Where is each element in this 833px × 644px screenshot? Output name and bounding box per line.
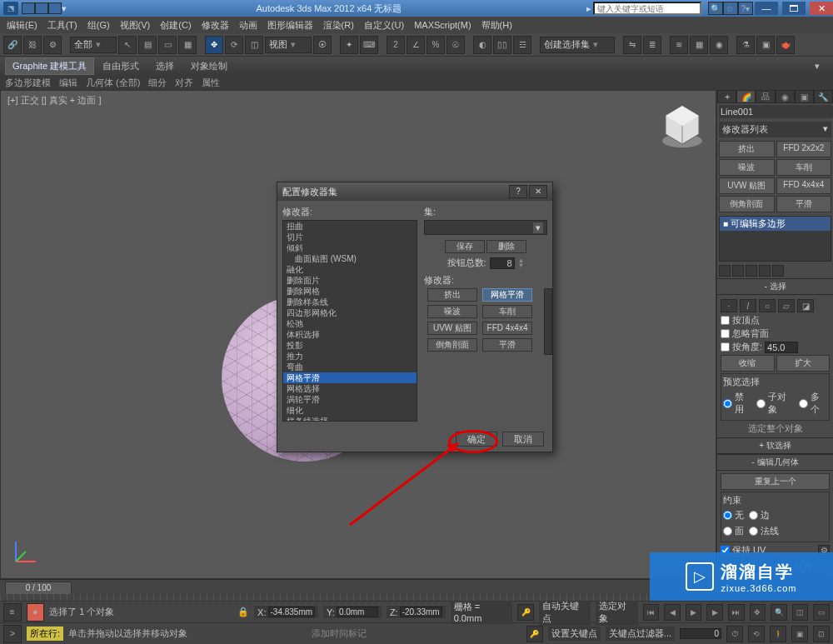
menu-item[interactable]: 组(G) (84, 19, 113, 32)
render-setup-icon[interactable]: ⚗ (736, 36, 755, 54)
nav-walk-icon[interactable]: 🚶 (770, 626, 786, 642)
align2-icon[interactable]: ≣ (643, 36, 661, 54)
nav-fov-icon[interactable]: ◫ (792, 604, 809, 621)
subobj-vertex-icon[interactable]: · (721, 299, 737, 312)
setkey-button[interactable]: 设置关键点 (548, 627, 601, 641)
grid-scrollbar[interactable] (544, 288, 552, 355)
select-region-icon[interactable]: ▭ (158, 36, 177, 54)
preview-radio-multi[interactable] (799, 399, 808, 408)
check-ignore-backface[interactable] (721, 329, 730, 338)
stack-remove-icon[interactable] (759, 265, 771, 277)
sets-combo[interactable] (424, 220, 547, 235)
modifier-list-dropdown[interactable]: 修改器列表▾ (719, 122, 831, 137)
modifier-list-item[interactable]: 细化 (283, 405, 416, 416)
menu-item[interactable]: 动画 (236, 19, 261, 32)
rollout-editgeom[interactable]: - 编辑几何体 (717, 454, 833, 471)
modifier-list-item[interactable]: 删除网格 (283, 286, 416, 297)
modifier-list-item[interactable]: 曲面贴图 (WSM) (283, 253, 416, 264)
mod-btn[interactable]: 挤出 (719, 141, 775, 157)
snap-angle-icon[interactable]: ∠ (407, 36, 425, 54)
material-editor-icon[interactable]: ◉ (710, 36, 728, 54)
modifiers-listbox[interactable]: 扭曲切片倾斜曲面贴图 (WSM)融化删除面片删除网格删除样条线四边形网格化松弛体… (282, 220, 417, 422)
nav-misc-icon[interactable]: ⊡ (813, 626, 830, 642)
align-icon[interactable]: ▯▯ (493, 36, 511, 54)
graphite-tab[interactable]: 自由形式 (94, 60, 147, 72)
rollout-softsel[interactable]: + 软选择 (717, 437, 833, 454)
constraint-edge[interactable] (749, 511, 758, 520)
mod-btn[interactable]: UVW 贴图 (719, 177, 775, 194)
viewcube[interactable] (657, 99, 707, 149)
subobj-element-icon[interactable]: ◪ (797, 299, 814, 312)
set-btn[interactable]: 挤出 (427, 288, 477, 302)
modifier-list-item[interactable]: 删除面片 (283, 275, 416, 286)
ref-coord-dropdown[interactable]: 视图 (265, 37, 312, 53)
graphite-tab[interactable]: 对象绘制 (182, 60, 236, 72)
dialog-help-button[interactable]: ? (509, 185, 527, 198)
menu-item[interactable]: 修改器 (198, 19, 232, 32)
move-icon[interactable]: ✥ (205, 36, 223, 54)
tab-motion[interactable]: ◉ (776, 90, 795, 103)
set-btn[interactable]: 噪波 (427, 305, 477, 318)
tab-utilities[interactable]: 🔧 (814, 90, 833, 103)
stack-config-icon[interactable] (772, 265, 784, 277)
dialog-close-button[interactable]: ✕ (529, 185, 547, 198)
modifier-list-item[interactable]: 扭曲 (283, 221, 416, 232)
button-total-spinner[interactable]: 8 (490, 257, 515, 269)
help-arrow-icon[interactable]: ▸ (586, 3, 591, 14)
goto-end-icon[interactable]: ⏭ (728, 604, 745, 621)
nav-region-icon[interactable]: ▭ (813, 604, 830, 621)
menu-item[interactable]: 图形编辑器 (264, 19, 317, 32)
check-by-vertex[interactable] (721, 316, 730, 325)
mod-btn[interactable]: 平滑 (776, 196, 832, 212)
stack-unique-icon[interactable] (746, 265, 757, 277)
ok-button[interactable]: 确定 (456, 432, 497, 447)
nav-pan-icon[interactable]: ✥ (750, 604, 766, 621)
modifier-list-item[interactable]: 松弛 (283, 318, 416, 329)
mirror-icon[interactable]: ◐ (473, 36, 491, 54)
set-btn[interactable]: FFD 4x4x4 (482, 322, 532, 335)
menu-item[interactable]: MAXScript(M) (411, 20, 474, 30)
graphite-expand-icon[interactable]: ▾ (806, 61, 828, 72)
curve-editor-icon[interactable]: ≋ (670, 36, 688, 54)
set-btn[interactable]: UVW 贴图 (427, 322, 477, 335)
snap-2d-icon[interactable]: 2 (387, 36, 405, 54)
select-name-icon[interactable]: ▤ (138, 36, 157, 54)
qa-btn3[interactable] (48, 2, 62, 14)
stack-show-icon[interactable] (732, 265, 744, 277)
modifier-list-item[interactable]: 网格平滑 (283, 372, 416, 383)
menu-item[interactable]: 视图(V) (117, 19, 154, 32)
repeat-last-button[interactable]: 重复上一个 (721, 473, 830, 490)
lock-icon[interactable]: 🔒 (237, 607, 249, 617)
shrink-button[interactable]: 收缩 (721, 355, 775, 372)
bind-icon[interactable]: ⚙ (43, 36, 62, 54)
set-btn[interactable]: 倒角剖面 (427, 338, 477, 352)
stack-item[interactable]: ■ 可编辑多边形 (720, 217, 831, 231)
current-frame[interactable]: 0 (680, 628, 721, 639)
script-mini-icon[interactable]: ≡ (3, 603, 22, 622)
modifier-stack[interactable]: ■ 可编辑多边形 (719, 216, 831, 262)
menu-item[interactable]: 帮助(H) (478, 19, 516, 32)
maxscript-icon[interactable]: > (3, 625, 22, 643)
minimize-button[interactable]: — (755, 2, 778, 15)
next-frame-icon[interactable]: ▶ (706, 604, 723, 621)
window-crossing-icon[interactable]: ▦ (178, 36, 197, 54)
angle-spinner[interactable]: 45.0 (765, 342, 798, 353)
snap-spinner-icon[interactable]: ⧀ (446, 36, 465, 54)
nav-max-icon[interactable]: ▣ (791, 626, 808, 642)
help-search-go[interactable]: 🔍 (708, 2, 723, 15)
mod-btn[interactable]: 噪波 (719, 159, 775, 176)
modifier-list-item[interactable]: 四边形网格化 (283, 307, 416, 318)
modifier-list-item[interactable]: 涡轮平滑 (283, 394, 416, 405)
key-mode-icon[interactable]: 🔑 (517, 604, 534, 621)
grow-button[interactable]: 扩大 (776, 355, 831, 372)
autokey-button[interactable]: 自动关键点 (539, 599, 591, 626)
z-coord[interactable]: -20.33mm (400, 607, 442, 617)
menu-item[interactable]: 渲染(R) (320, 19, 357, 32)
menu-item[interactable]: 自定义(U) (361, 19, 407, 32)
macro-rec-icon[interactable]: ● (27, 603, 45, 622)
help-icon[interactable]: ☆ (723, 2, 738, 15)
pivot-icon[interactable]: ⦿ (313, 36, 332, 54)
time-config-icon[interactable]: ⏱ (726, 626, 743, 642)
prev-frame-icon[interactable]: ◀ (664, 604, 681, 621)
qa-btn[interactable] (22, 2, 35, 14)
